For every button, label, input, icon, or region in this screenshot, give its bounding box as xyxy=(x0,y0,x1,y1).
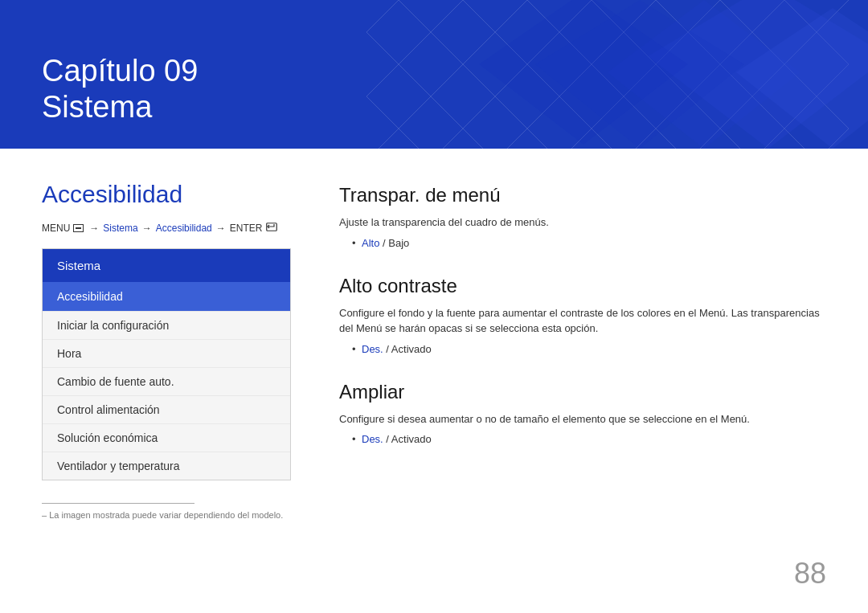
enter-icon xyxy=(266,223,277,234)
footnote-text: – La imagen mostrada puede variar depend… xyxy=(42,510,291,520)
left-panel: Accesibilidad MENU → Sistema → Accesibil… xyxy=(42,181,291,520)
option-sep: / xyxy=(379,237,388,249)
section-transpar-desc: Ajuste la transparencia del cuadro de me… xyxy=(339,215,826,231)
section-alto-title: Alto contraste xyxy=(339,275,826,297)
option-sep: / xyxy=(383,343,391,355)
sidebar-item-iniciar[interactable]: Iniciar la configuración xyxy=(43,311,290,339)
section-ampliar: Ampliar Configure si desea aumentar o no… xyxy=(339,381,826,446)
sidebar-item-accesibilidad[interactable]: Accesibilidad xyxy=(43,282,290,311)
option-sep: / xyxy=(383,433,391,445)
page-header: Capítulo 09 Sistema xyxy=(0,0,868,149)
section-alto-options: Des. / Activado xyxy=(339,343,826,355)
sidebar-menu-header: Sistema xyxy=(43,249,290,282)
breadcrumb-arrow2: → xyxy=(142,223,152,234)
chapter-line2: Sistema xyxy=(42,90,152,124)
sidebar-item-control[interactable]: Control alimentación xyxy=(43,395,290,423)
header-title: Capítulo 09 Sistema xyxy=(42,53,198,126)
sidebar-item-solucion[interactable]: Solución económica xyxy=(43,423,290,452)
option-item: Des. / Activado xyxy=(352,433,826,445)
sidebar-item-cambio[interactable]: Cambio de fuente auto. xyxy=(43,367,290,395)
breadcrumb-item1: Sistema xyxy=(103,223,137,234)
section-alto-desc: Configure el fondo y la fuente para aume… xyxy=(339,305,826,337)
chapter-line1: Capítulo 09 xyxy=(42,54,198,88)
option-normal: Bajo xyxy=(388,237,409,249)
option-highlight: Des. xyxy=(362,433,383,445)
option-normal: Activado xyxy=(391,343,432,355)
menu-icon xyxy=(73,224,84,232)
breadcrumb: MENU → Sistema → Accesibilidad → ENTER xyxy=(42,223,291,234)
option-item: Alto / Bajo xyxy=(352,237,826,249)
header-decoration xyxy=(347,0,868,149)
sidebar-item-ventilador[interactable]: Ventilador y temperatura xyxy=(43,452,290,480)
main-content: Accesibilidad MENU → Sistema → Accesibil… xyxy=(0,149,868,552)
section-ampliar-desc: Configure si desea aumentar o no de tama… xyxy=(339,411,826,427)
breadcrumb-arrow3: → xyxy=(216,223,226,234)
section-alto-contraste: Alto contraste Configure el fondo y la f… xyxy=(339,275,826,355)
option-highlight: Alto xyxy=(362,237,379,249)
sidebar-item-hora[interactable]: Hora xyxy=(43,339,290,367)
option-normal: Activado xyxy=(391,433,432,445)
section-ampliar-options: Des. / Activado xyxy=(339,433,826,445)
option-item: Des. / Activado xyxy=(352,343,826,355)
breadcrumb-item3: ENTER xyxy=(230,223,263,234)
breadcrumb-item2: Accesibilidad xyxy=(156,223,212,234)
section-ampliar-title: Ampliar xyxy=(339,381,826,403)
section-transpar-options: Alto / Bajo xyxy=(339,237,826,249)
section-transpar: Transpar. de menú Ajuste la transparenci… xyxy=(339,184,826,249)
section-heading: Accesibilidad xyxy=(42,181,291,208)
breadcrumb-menu: MENU xyxy=(42,223,70,234)
breadcrumb-arrow1: → xyxy=(89,223,99,234)
footnote-divider xyxy=(42,503,194,504)
right-panel: Transpar. de menú Ajuste la transparenci… xyxy=(339,181,826,520)
footnote-area: – La imagen mostrada puede variar depend… xyxy=(42,503,291,520)
sidebar-menu: Sistema Accesibilidad Iniciar la configu… xyxy=(42,248,291,480)
page-number: 88 xyxy=(794,557,826,591)
option-highlight: Des. xyxy=(362,343,383,355)
section-transpar-title: Transpar. de menú xyxy=(339,184,826,206)
